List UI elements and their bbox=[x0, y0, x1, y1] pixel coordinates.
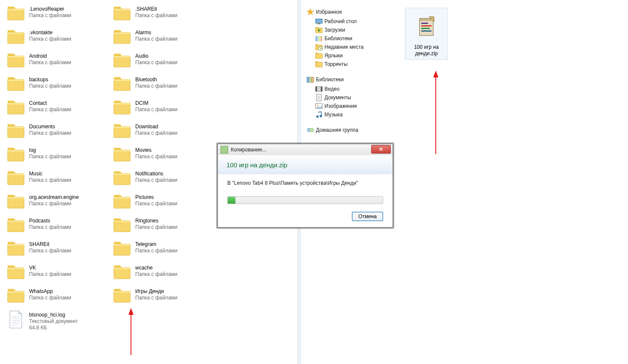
cancel-button[interactable]: Отмена bbox=[352, 212, 383, 221]
file-tile-zip[interactable]: 100 игр на денди.zip bbox=[405, 8, 448, 60]
folder-icon bbox=[112, 146, 132, 163]
folder-item[interactable]: SHAREitПапка с файлами bbox=[5, 239, 111, 262]
folder-item[interactable]: .SHAREitПапка с файлами bbox=[111, 3, 217, 27]
folder-item[interactable]: Игры ДендиПапка с файлами bbox=[111, 286, 217, 309]
svg-rect-10 bbox=[114, 56, 131, 67]
tree-item[interactable]: Документы bbox=[307, 93, 398, 102]
folder-icon bbox=[112, 52, 132, 69]
svg-rect-58 bbox=[315, 19, 322, 23]
folder-item[interactable]: logПапка с файлами bbox=[5, 145, 111, 168]
folder-type: Папка с файлами bbox=[135, 177, 178, 183]
tree-item[interactable]: Видео bbox=[307, 85, 398, 93]
folder-icon bbox=[112, 170, 132, 187]
tree-header-label: Домашняя группа bbox=[316, 127, 358, 133]
folder-item[interactable]: backupsПапка с файлами bbox=[5, 74, 111, 98]
tree-header-label: Избранное bbox=[316, 9, 342, 15]
folder-item[interactable]: BluetoothПапка с файлами bbox=[111, 74, 217, 98]
folder-item[interactable]: org.acestream.engineПапка с файлами bbox=[5, 192, 111, 215]
svg-rect-73 bbox=[321, 86, 322, 91]
tree-item[interactable]: Загрузки bbox=[307, 26, 398, 34]
folder-icon bbox=[6, 52, 26, 69]
folder-type: Папка с файлами bbox=[29, 248, 71, 254]
tree-item[interactable]: Изображения bbox=[307, 102, 398, 110]
tree-item-icon bbox=[315, 61, 323, 68]
folder-item[interactable]: RingtonesПапка с файлами bbox=[111, 215, 217, 239]
folder-item[interactable]: ContactПапка с файлами bbox=[5, 98, 111, 121]
svg-rect-37 bbox=[8, 221, 24, 222]
tree-header-libraries[interactable]: Библиотеки bbox=[307, 75, 398, 84]
tree-item[interactable]: Ярлыки bbox=[307, 51, 398, 60]
svg-rect-31 bbox=[114, 174, 131, 175]
folder-item[interactable]: MoviesПапка с файлами bbox=[111, 145, 217, 168]
folder-item[interactable]: .LenovoReaperПапка с файлами bbox=[5, 3, 111, 27]
folder-name: WhatsApp bbox=[29, 288, 71, 295]
tree-item[interactable]: Библиотеки bbox=[307, 34, 398, 43]
file-size: 64,8 КБ bbox=[29, 325, 78, 331]
svg-rect-0 bbox=[8, 9, 24, 20]
folder-type: Папка с файлами bbox=[29, 107, 71, 113]
file-item[interactable]: btsnoop_hci.logТекстовый документ64,8 КБ bbox=[5, 309, 111, 336]
folder-item[interactable]: MusicПапка с файлами bbox=[5, 168, 111, 192]
svg-rect-43 bbox=[114, 244, 131, 246]
folder-name: Notifications bbox=[135, 171, 178, 177]
folder-name: Contact bbox=[29, 100, 71, 107]
svg-rect-24 bbox=[8, 150, 24, 161]
folder-name: DCIM bbox=[135, 100, 178, 107]
folder-item[interactable]: VKПапка с файлами bbox=[5, 262, 111, 286]
folder-item[interactable]: wcacheПапка с файлами bbox=[111, 262, 217, 286]
folder-icon bbox=[112, 193, 132, 210]
folder-item[interactable]: PodcastsПапка с файлами bbox=[5, 215, 111, 239]
folder-type: Папка с файлами bbox=[135, 201, 178, 207]
tree-header-label: Библиотеки bbox=[316, 77, 344, 83]
folder-type: Папка с файлами bbox=[135, 224, 178, 231]
svg-rect-23 bbox=[114, 127, 131, 128]
folder-item[interactable]: DocumentsПапка с файлами bbox=[5, 121, 111, 145]
folder-icon bbox=[6, 29, 26, 46]
tree-header-homegroup[interactable]: Домашняя группа bbox=[307, 126, 398, 134]
svg-rect-17 bbox=[8, 103, 24, 105]
folder-item[interactable]: WhatsAppПапка с файлами bbox=[5, 286, 111, 309]
tree-header-favorites[interactable]: Избранное bbox=[307, 8, 398, 16]
folder-type: Папка с файлами bbox=[135, 83, 178, 89]
svg-rect-48 bbox=[8, 291, 24, 302]
winrar-zip-icon bbox=[407, 13, 446, 40]
dialog-titlebar[interactable]: Копирование... ✕ bbox=[218, 144, 393, 155]
folder-item[interactable]: NotificationsПапка с файлами bbox=[111, 168, 217, 192]
svg-rect-29 bbox=[8, 174, 24, 175]
dialog-close-button[interactable]: ✕ bbox=[371, 145, 391, 154]
progress-bar bbox=[227, 196, 383, 204]
folder-item[interactable]: DownloadПапка с файлами bbox=[111, 121, 217, 145]
svg-rect-35 bbox=[114, 197, 131, 199]
folder-type: Папка с файлами bbox=[29, 224, 71, 231]
file-name: btsnoop_hci.log bbox=[29, 312, 78, 318]
tree-item[interactable]: Недавние места bbox=[307, 43, 398, 51]
folder-type: Папка с файлами bbox=[29, 271, 71, 278]
tree-item[interactable]: Музыка bbox=[307, 110, 398, 119]
svg-rect-49 bbox=[8, 291, 24, 293]
folder-name: .SHAREit bbox=[135, 6, 178, 12]
folder-item[interactable]: PicturesПапка с файлами bbox=[111, 192, 217, 215]
svg-rect-88 bbox=[421, 25, 432, 27]
folder-item[interactable]: TelegramПапка с файлами bbox=[111, 239, 217, 262]
folder-icon bbox=[6, 76, 26, 93]
folder-name: log bbox=[29, 147, 71, 154]
folder-type: Папка с файлами bbox=[29, 130, 71, 136]
tree-item[interactable]: Торренты bbox=[307, 60, 398, 68]
folder-name: Pictures bbox=[135, 194, 178, 201]
folder-item[interactable]: AudioПапка с файлами bbox=[111, 50, 217, 74]
folder-type: Папка с файлами bbox=[29, 36, 71, 42]
folder-item[interactable]: DCIMПапка с файлами bbox=[111, 98, 217, 121]
tree-item[interactable]: Рабочий стол bbox=[307, 17, 398, 26]
svg-rect-70 bbox=[312, 77, 314, 82]
folder-name: SHAREit bbox=[29, 241, 71, 248]
folder-icon bbox=[112, 29, 132, 46]
tree-item-icon bbox=[315, 111, 323, 118]
svg-rect-32 bbox=[8, 197, 24, 208]
tree-item-icon bbox=[315, 103, 323, 109]
folder-item[interactable]: AndroidПапка с файлами bbox=[5, 50, 111, 74]
progress-fill bbox=[228, 197, 235, 204]
folder-item[interactable]: .vkontakteПапка с файлами bbox=[5, 27, 111, 50]
svg-rect-45 bbox=[8, 268, 24, 269]
folder-item[interactable]: AlarmsПапка с файлами bbox=[111, 27, 217, 50]
folder-icon bbox=[6, 123, 26, 140]
